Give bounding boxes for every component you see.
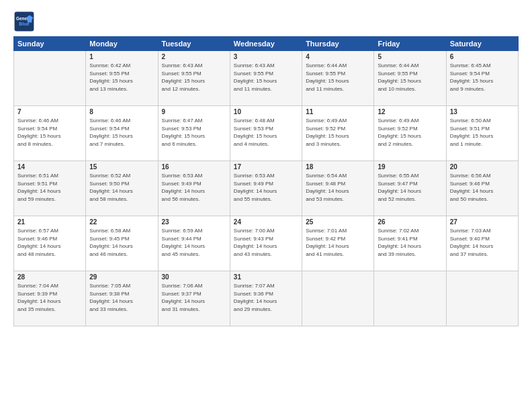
- calendar-cell: 3Sunrise: 6:43 AM Sunset: 9:55 PM Daylig…: [230, 51, 302, 106]
- calendar-cell: 11Sunrise: 6:49 AM Sunset: 9:52 PM Dayli…: [302, 106, 374, 161]
- day-number: 14: [17, 163, 82, 171]
- calendar-cell: 17Sunrise: 6:53 AM Sunset: 9:49 PM Dayli…: [230, 161, 302, 216]
- weekday-header-thursday: Thursday: [302, 37, 374, 51]
- calendar-cell: 21Sunrise: 6:57 AM Sunset: 9:46 PM Dayli…: [14, 216, 86, 271]
- day-number: 16: [162, 163, 226, 171]
- calendar-cell: 1Sunrise: 6:42 AM Sunset: 9:55 PM Daylig…: [86, 51, 158, 106]
- calendar-cell: 14Sunrise: 6:51 AM Sunset: 9:51 PM Dayli…: [14, 161, 86, 216]
- day-number: 17: [234, 163, 298, 171]
- weekday-header-tuesday: Tuesday: [158, 37, 230, 51]
- weekday-header-sunday: Sunday: [14, 37, 86, 51]
- calendar-cell: 24Sunrise: 7:00 AM Sunset: 9:43 PM Dayli…: [230, 216, 302, 271]
- calendar-cell: 16Sunrise: 6:53 AM Sunset: 9:49 PM Dayli…: [158, 161, 230, 216]
- calendar-cell: 28Sunrise: 7:04 AM Sunset: 9:39 PM Dayli…: [14, 271, 86, 326]
- day-number: 26: [378, 218, 442, 226]
- calendar-cell: [302, 271, 374, 326]
- calendar-cell: 8Sunrise: 6:46 AM Sunset: 9:54 PM Daylig…: [86, 106, 158, 161]
- calendar-cell: 13Sunrise: 6:50 AM Sunset: 9:51 PM Dayli…: [446, 106, 518, 161]
- day-number: 31: [234, 273, 298, 281]
- day-number: 22: [89, 218, 154, 226]
- calendar-cell: 23Sunrise: 6:59 AM Sunset: 9:44 PM Dayli…: [158, 216, 230, 271]
- calendar-cell: 12Sunrise: 6:49 AM Sunset: 9:52 PM Dayli…: [374, 106, 446, 161]
- day-number: 5: [378, 53, 442, 60]
- day-number: 21: [17, 218, 82, 226]
- day-info: Sunrise: 7:05 AM Sunset: 9:38 PM Dayligh…: [89, 282, 154, 313]
- calendar-cell: [374, 271, 446, 326]
- calendar-cell: 27Sunrise: 7:03 AM Sunset: 9:40 PM Dayli…: [446, 216, 518, 271]
- week-row-2: 14Sunrise: 6:51 AM Sunset: 9:51 PM Dayli…: [14, 161, 519, 216]
- calendar-cell: 7Sunrise: 6:46 AM Sunset: 9:54 PM Daylig…: [14, 106, 86, 161]
- calendar-cell: 4Sunrise: 6:44 AM Sunset: 9:55 PM Daylig…: [302, 51, 374, 106]
- calendar-cell: 6Sunrise: 6:45 AM Sunset: 9:54 PM Daylig…: [446, 51, 518, 106]
- day-number: 6: [450, 53, 515, 60]
- day-number: 27: [450, 218, 515, 226]
- day-number: 29: [89, 273, 154, 281]
- day-info: Sunrise: 7:02 AM Sunset: 9:41 PM Dayligh…: [378, 227, 442, 258]
- calendar-table: SundayMondayTuesdayWednesdayThursdayFrid…: [13, 36, 519, 326]
- day-info: Sunrise: 6:46 AM Sunset: 9:54 PM Dayligh…: [17, 117, 82, 148]
- day-info: Sunrise: 6:57 AM Sunset: 9:46 PM Dayligh…: [17, 227, 82, 258]
- calendar-cell: 29Sunrise: 7:05 AM Sunset: 9:38 PM Dayli…: [86, 271, 158, 326]
- weekday-header-wednesday: Wednesday: [230, 37, 302, 51]
- calendar-cell: [446, 271, 518, 326]
- day-number: 2: [162, 53, 226, 60]
- calendar-cell: [14, 51, 86, 106]
- header-row: SundayMondayTuesdayWednesdayThursdayFrid…: [14, 37, 519, 51]
- day-info: Sunrise: 6:46 AM Sunset: 9:54 PM Dayligh…: [89, 117, 154, 148]
- day-info: Sunrise: 7:03 AM Sunset: 9:40 PM Dayligh…: [450, 227, 515, 258]
- day-info: Sunrise: 6:54 AM Sunset: 9:48 PM Dayligh…: [306, 172, 370, 203]
- calendar-cell: 20Sunrise: 6:56 AM Sunset: 9:46 PM Dayli…: [446, 161, 518, 216]
- calendar-cell: 10Sunrise: 6:48 AM Sunset: 9:53 PM Dayli…: [230, 106, 302, 161]
- day-number: 23: [162, 218, 226, 226]
- day-info: Sunrise: 7:07 AM Sunset: 9:36 PM Dayligh…: [234, 282, 298, 313]
- day-number: 7: [17, 108, 82, 116]
- day-info: Sunrise: 6:58 AM Sunset: 9:45 PM Dayligh…: [89, 227, 154, 258]
- day-info: Sunrise: 6:43 AM Sunset: 9:55 PM Dayligh…: [234, 62, 298, 93]
- calendar-cell: 31Sunrise: 7:07 AM Sunset: 9:36 PM Dayli…: [230, 271, 302, 326]
- calendar-cell: 22Sunrise: 6:58 AM Sunset: 9:45 PM Dayli…: [86, 216, 158, 271]
- day-info: Sunrise: 6:48 AM Sunset: 9:53 PM Dayligh…: [234, 117, 298, 148]
- calendar-cell: 30Sunrise: 7:06 AM Sunset: 9:37 PM Dayli…: [158, 271, 230, 326]
- calendar-cell: 9Sunrise: 6:47 AM Sunset: 9:53 PM Daylig…: [158, 106, 230, 161]
- day-number: 28: [17, 273, 82, 281]
- calendar-cell: 26Sunrise: 7:02 AM Sunset: 9:41 PM Dayli…: [374, 216, 446, 271]
- day-number: 19: [378, 163, 442, 171]
- day-number: 12: [378, 108, 442, 116]
- day-info: Sunrise: 6:42 AM Sunset: 9:55 PM Dayligh…: [89, 62, 154, 93]
- day-number: 9: [162, 108, 226, 116]
- calendar-cell: 2Sunrise: 6:43 AM Sunset: 9:55 PM Daylig…: [158, 51, 230, 106]
- calendar-cell: 5Sunrise: 6:44 AM Sunset: 9:55 PM Daylig…: [374, 51, 446, 106]
- calendar-cell: 18Sunrise: 6:54 AM Sunset: 9:48 PM Dayli…: [302, 161, 374, 216]
- day-info: Sunrise: 6:55 AM Sunset: 9:47 PM Dayligh…: [378, 172, 442, 203]
- day-number: 25: [306, 218, 370, 226]
- day-number: 13: [450, 108, 515, 116]
- weekday-header-friday: Friday: [374, 37, 446, 51]
- day-info: Sunrise: 7:04 AM Sunset: 9:39 PM Dayligh…: [17, 282, 82, 313]
- calendar-cell: 19Sunrise: 6:55 AM Sunset: 9:47 PM Dayli…: [374, 161, 446, 216]
- week-row-4: 28Sunrise: 7:04 AM Sunset: 9:39 PM Dayli…: [14, 271, 519, 326]
- day-info: Sunrise: 6:51 AM Sunset: 9:51 PM Dayligh…: [17, 172, 82, 203]
- day-info: Sunrise: 7:01 AM Sunset: 9:42 PM Dayligh…: [306, 227, 370, 258]
- day-info: Sunrise: 6:44 AM Sunset: 9:55 PM Dayligh…: [378, 62, 442, 93]
- logo: General Blue: [13, 11, 38, 32]
- day-number: 18: [306, 163, 370, 171]
- day-info: Sunrise: 6:53 AM Sunset: 9:49 PM Dayligh…: [234, 172, 298, 203]
- day-number: 4: [306, 53, 370, 60]
- header: General Blue: [13, 11, 519, 32]
- week-row-3: 21Sunrise: 6:57 AM Sunset: 9:46 PM Dayli…: [14, 216, 519, 271]
- day-number: 8: [89, 108, 154, 116]
- day-info: Sunrise: 7:00 AM Sunset: 9:43 PM Dayligh…: [234, 227, 298, 258]
- calendar-cell: 25Sunrise: 7:01 AM Sunset: 9:42 PM Dayli…: [302, 216, 374, 271]
- day-number: 11: [306, 108, 370, 116]
- day-number: 3: [234, 53, 298, 60]
- weekday-header-saturday: Saturday: [446, 37, 518, 51]
- day-info: Sunrise: 6:49 AM Sunset: 9:52 PM Dayligh…: [378, 117, 442, 148]
- day-info: Sunrise: 6:47 AM Sunset: 9:53 PM Dayligh…: [162, 117, 226, 148]
- day-number: 10: [234, 108, 298, 116]
- day-info: Sunrise: 6:44 AM Sunset: 9:55 PM Dayligh…: [306, 62, 370, 93]
- day-number: 1: [89, 53, 154, 60]
- day-info: Sunrise: 6:52 AM Sunset: 9:50 PM Dayligh…: [89, 172, 154, 203]
- day-info: Sunrise: 6:53 AM Sunset: 9:49 PM Dayligh…: [162, 172, 226, 203]
- day-info: Sunrise: 6:43 AM Sunset: 9:55 PM Dayligh…: [162, 62, 226, 93]
- calendar-cell: 15Sunrise: 6:52 AM Sunset: 9:50 PM Dayli…: [86, 161, 158, 216]
